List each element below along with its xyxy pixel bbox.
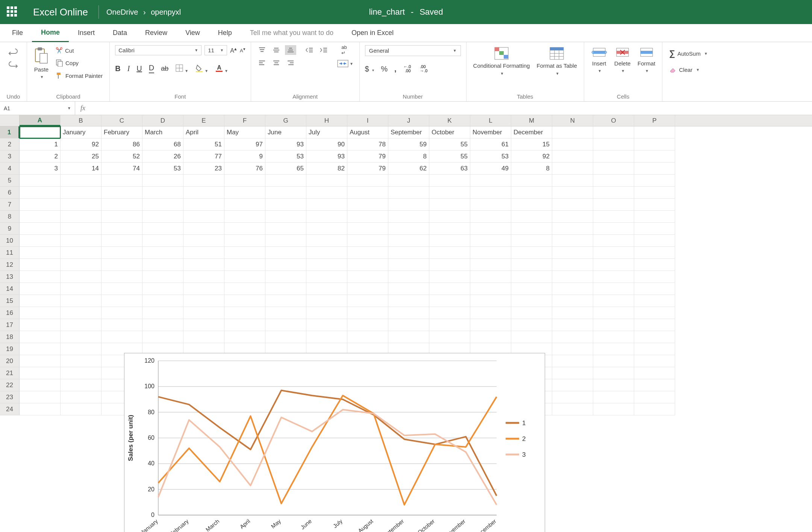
cell[interactable]	[511, 283, 552, 295]
cell[interactable]	[429, 319, 470, 331]
cell[interactable]: 59	[388, 138, 429, 150]
cell[interactable]	[634, 295, 675, 307]
name-box[interactable]: A1▼	[0, 102, 75, 115]
fill-color-button[interactable]: ▼	[195, 64, 208, 73]
cell[interactable]	[61, 271, 102, 283]
cell[interactable]: 53	[142, 163, 183, 175]
cell[interactable]	[142, 187, 183, 199]
cell[interactable]	[470, 235, 511, 247]
cell[interactable]	[552, 138, 593, 150]
cell[interactable]	[429, 175, 470, 187]
cell[interactable]	[552, 367, 593, 379]
border-button[interactable]: ▼	[175, 64, 188, 73]
cell[interactable]	[102, 307, 142, 319]
cell[interactable]	[552, 295, 593, 307]
cell[interactable]	[61, 295, 102, 307]
cell[interactable]	[224, 187, 265, 199]
cell[interactable]	[61, 343, 102, 355]
cell[interactable]: March	[142, 126, 183, 138]
cell[interactable]	[470, 211, 511, 223]
cell[interactable]	[593, 175, 634, 187]
cell[interactable]	[183, 223, 224, 235]
autosum-button[interactable]: ∑AutoSum▼	[668, 47, 709, 59]
cell[interactable]	[429, 235, 470, 247]
cell[interactable]	[183, 271, 224, 283]
cell[interactable]	[429, 283, 470, 295]
cell[interactable]	[634, 259, 675, 271]
cell[interactable]	[224, 295, 265, 307]
cell[interactable]	[511, 199, 552, 211]
number-format-select[interactable]: General▼	[365, 45, 461, 56]
cell[interactable]	[347, 223, 388, 235]
cell[interactable]: 92	[511, 150, 552, 163]
cell[interactable]	[20, 199, 61, 211]
cell[interactable]	[306, 175, 347, 187]
cell[interactable]	[142, 247, 183, 259]
cell[interactable]	[306, 211, 347, 223]
cell[interactable]	[102, 319, 142, 331]
cell[interactable]: 49	[470, 163, 511, 175]
row-header[interactable]: 6	[0, 187, 20, 199]
cell[interactable]	[511, 175, 552, 187]
cell[interactable]	[347, 235, 388, 247]
cell[interactable]	[142, 235, 183, 247]
delete-cells-button[interactable]: Delete▼	[613, 45, 632, 74]
tab-review[interactable]: Review	[136, 24, 176, 42]
column-header[interactable]: P	[634, 115, 675, 126]
cell[interactable]	[429, 307, 470, 319]
cell[interactable]	[511, 319, 552, 331]
cell[interactable]	[593, 223, 634, 235]
tab-view[interactable]: View	[176, 24, 209, 42]
cell[interactable]	[306, 319, 347, 331]
cell[interactable]	[552, 331, 593, 343]
fx-icon[interactable]: fx	[75, 104, 91, 112]
cell[interactable]	[306, 283, 347, 295]
cell[interactable]	[224, 271, 265, 283]
cell[interactable]	[102, 199, 142, 211]
cell[interactable]	[347, 247, 388, 259]
cell[interactable]	[142, 211, 183, 223]
cell[interactable]	[634, 187, 675, 199]
cell[interactable]	[347, 271, 388, 283]
cell[interactable]	[265, 259, 306, 271]
cell[interactable]	[347, 175, 388, 187]
cell[interactable]	[183, 199, 224, 211]
currency-button[interactable]: $ ▾	[365, 65, 374, 73]
conditional-formatting-button[interactable]: Conditional Formatting▼	[472, 45, 532, 77]
cell[interactable]: 79	[347, 150, 388, 163]
cell[interactable]	[61, 391, 102, 403]
cell[interactable]: September	[388, 126, 429, 138]
cell[interactable]	[20, 187, 61, 199]
cell[interactable]	[634, 343, 675, 355]
tab-data[interactable]: Data	[104, 24, 136, 42]
cell[interactable]	[552, 319, 593, 331]
cell[interactable]: January	[61, 126, 102, 138]
cell[interactable]: 92	[61, 138, 102, 150]
cell[interactable]	[102, 175, 142, 187]
cell[interactable]: 63	[429, 163, 470, 175]
cell[interactable]	[142, 307, 183, 319]
cell[interactable]	[265, 211, 306, 223]
cell[interactable]	[593, 259, 634, 271]
italic-button[interactable]: I	[127, 64, 130, 73]
cell[interactable]: 2	[20, 150, 61, 163]
cell[interactable]: June	[265, 126, 306, 138]
cell[interactable]	[634, 138, 675, 150]
cell[interactable]	[224, 319, 265, 331]
cell[interactable]	[593, 379, 634, 391]
cell[interactable]	[20, 403, 61, 415]
cell[interactable]	[552, 391, 593, 403]
cell[interactable]	[142, 319, 183, 331]
cell[interactable]	[470, 271, 511, 283]
cell[interactable]	[470, 259, 511, 271]
cell[interactable]: December	[511, 126, 552, 138]
cell[interactable]	[183, 283, 224, 295]
cell[interactable]	[552, 271, 593, 283]
cell[interactable]	[265, 223, 306, 235]
cell[interactable]	[61, 199, 102, 211]
cell[interactable]: 65	[265, 163, 306, 175]
cell[interactable]	[429, 223, 470, 235]
cell[interactable]	[593, 247, 634, 259]
cell[interactable]	[511, 271, 552, 283]
cell[interactable]	[552, 283, 593, 295]
